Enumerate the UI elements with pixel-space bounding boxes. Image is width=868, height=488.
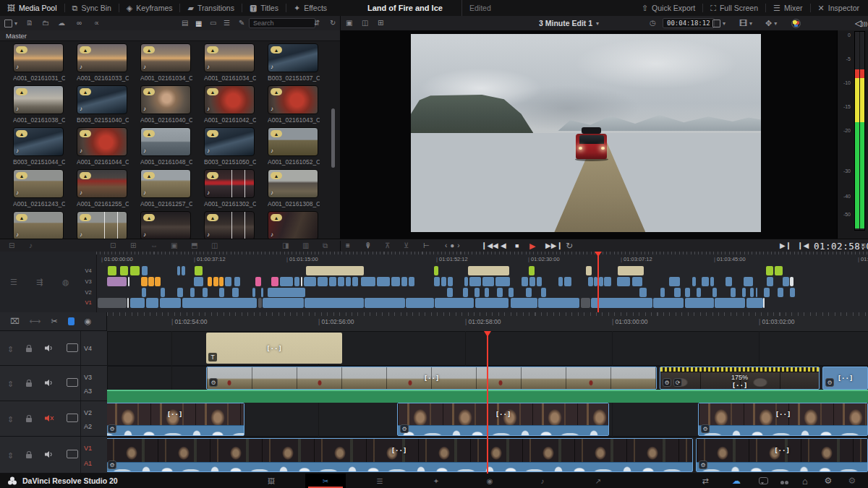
overview-clip[interactable] [767, 277, 773, 286]
track-lock-icon[interactable] [26, 342, 32, 355]
overview-clip[interactable] [726, 277, 732, 286]
media-clip[interactable]: ▲♪ [204, 211, 255, 239]
timeline-ruler[interactable]: 01:02:54:0001:02:56:0001:02:58:0001:03:0… [107, 312, 868, 332]
overview-clip[interactable] [401, 277, 407, 286]
overview-clip[interactable] [161, 288, 165, 297]
track-resize-icon[interactable]: ⇕ [7, 342, 14, 355]
aspect-options-button[interactable]: ▾ [712, 16, 726, 30]
media-clip[interactable]: ▲♪B003_02151050_C... [204, 127, 255, 166]
match-frame-button[interactable]: ▶❙ [780, 239, 791, 252]
overview-clip[interactable] [697, 288, 701, 297]
media-clip[interactable]: ▲♪B003_02151044_C... [13, 127, 64, 166]
overview-clip[interactable] [653, 298, 684, 308]
audio-trim-icon[interactable]: ◍ [62, 278, 69, 286]
marker-color-swatch[interactable] [68, 317, 75, 325]
overview-clip[interactable] [107, 277, 127, 286]
overview-clip[interactable] [128, 277, 129, 286]
overview-clip[interactable] [271, 277, 278, 286]
overview-clip[interactable] [674, 288, 681, 297]
media-clip[interactable]: ▲♪A001_02161302_C... [204, 169, 255, 207]
media-clip[interactable]: ▲♪A001_02161052_C... [268, 127, 318, 166]
timeline-menu-icon[interactable]: ≡ [861, 239, 866, 252]
overview-clip[interactable] [744, 277, 753, 286]
jog-control[interactable]: ‹●› [445, 239, 463, 252]
overview-clip[interactable] [766, 266, 773, 275]
overview-playhead[interactable] [597, 252, 599, 312]
timeline-interview-clip[interactable]: ⚙[··] [397, 403, 609, 436]
overview-clip[interactable] [304, 277, 316, 286]
overview-clip[interactable] [497, 288, 503, 297]
cut-page-button[interactable]: ✂ [305, 474, 346, 488]
media-clip[interactable]: ▲♪A001_02161031_C... [13, 43, 64, 82]
overview-clip[interactable] [710, 277, 714, 286]
overview-clip[interactable] [127, 298, 129, 308]
media-pool-scrollbar[interactable] [331, 108, 335, 168]
overview-clip[interactable] [177, 288, 183, 297]
overview-clip[interactable] [742, 288, 746, 297]
overview-clip[interactable] [778, 288, 783, 297]
nav-keyframes[interactable]: ◈Keyframes [119, 0, 180, 16]
overview-clip[interactable] [318, 277, 328, 286]
media-clip[interactable]: ▲♪A001_02161257_C... [140, 169, 191, 207]
timeline-interview-clip[interactable]: ⚙[··] [107, 403, 244, 436]
track-lock-icon[interactable] [26, 412, 32, 425]
overview-clip[interactable] [225, 277, 231, 286]
overview-clip[interactable] [195, 266, 203, 275]
overview-clip[interactable] [141, 277, 148, 286]
camera-options-button[interactable]: 🎞▾ [739, 16, 752, 30]
overview-clip[interactable] [252, 288, 255, 297]
close-up-icon[interactable]: ▣ [171, 239, 177, 252]
overview-clip[interactable] [731, 288, 736, 297]
overview-clip[interactable] [268, 288, 305, 297]
overview-clip[interactable] [182, 298, 257, 308]
action-full-screen[interactable]: ⛶Full Screen [703, 0, 765, 16]
overview-clip[interactable] [495, 277, 510, 286]
overview-clip[interactable] [142, 266, 148, 275]
overview-clip[interactable] [669, 277, 680, 286]
overview-clip[interactable] [208, 277, 212, 286]
track-height-icon[interactable]: ⇶ [36, 278, 43, 286]
play-reverse-button[interactable]: ◀ [501, 239, 506, 252]
media-clip[interactable]: ▲♪A001_02161040_C... [140, 85, 191, 124]
overview-clip[interactable] [581, 298, 590, 308]
timeline-options-icon[interactable]: ☰ [10, 278, 17, 286]
overview-clip[interactable] [177, 266, 180, 275]
overview-clip[interactable] [213, 277, 218, 286]
overview-clip[interactable] [435, 298, 474, 308]
media-clip[interactable]: ▲♪A001_02161243_C... [13, 169, 64, 207]
overview-clip[interactable] [604, 277, 611, 286]
timeline-interview-clip[interactable]: ⚙[··] [698, 403, 868, 436]
nav-transitions[interactable]: ▰Transitions [180, 0, 241, 16]
overview-clip[interactable] [130, 298, 145, 308]
media-clip[interactable]: ▲♪ [13, 211, 64, 239]
overview-clip[interactable] [160, 298, 181, 308]
media-page-button[interactable]: 🖽 [251, 474, 292, 488]
import-media-button[interactable]: 🗎 [26, 16, 33, 30]
overview-clip[interactable] [434, 277, 440, 286]
view-strip-button[interactable]: ▭ [210, 16, 216, 30]
overview-clip[interactable] [130, 266, 140, 275]
voiceover-mic-icon[interactable]: 🎙 [365, 239, 372, 252]
overview-clip[interactable] [261, 288, 263, 297]
overview-clip[interactable] [588, 277, 593, 286]
overview-clip[interactable] [763, 298, 765, 308]
overview-clip[interactable] [234, 277, 240, 286]
overview-clip[interactable] [219, 277, 224, 286]
media-clip[interactable]: ▲♪A001_02161034_C... [204, 43, 255, 82]
overview-clip[interactable] [255, 277, 261, 286]
timeline-video-clip-plain[interactable]: [··]⚙ [822, 367, 868, 390]
overview-clip[interactable] [352, 277, 358, 286]
ripple-overwrite-icon[interactable]: ⇔ [150, 239, 158, 252]
overview-clip[interactable] [750, 288, 754, 297]
overview-clip[interactable] [599, 277, 603, 286]
edit-page-button[interactable]: ☰ [359, 474, 400, 488]
overview-clip[interactable] [537, 277, 542, 286]
overview-clip[interactable] [485, 288, 489, 297]
timeline-wide-interview-clip[interactable]: ⚙[··] [696, 438, 868, 472]
overview-clip[interactable] [219, 288, 224, 297]
track-resize-icon[interactable]: ⇕ [7, 412, 14, 425]
overview-clip[interactable] [632, 277, 642, 286]
viewer-mode-3-icon[interactable]: ⊞ [378, 16, 383, 30]
sort-button[interactable]: ⇵ [314, 16, 320, 30]
nav-effects[interactable]: ✦Effects [286, 0, 334, 16]
